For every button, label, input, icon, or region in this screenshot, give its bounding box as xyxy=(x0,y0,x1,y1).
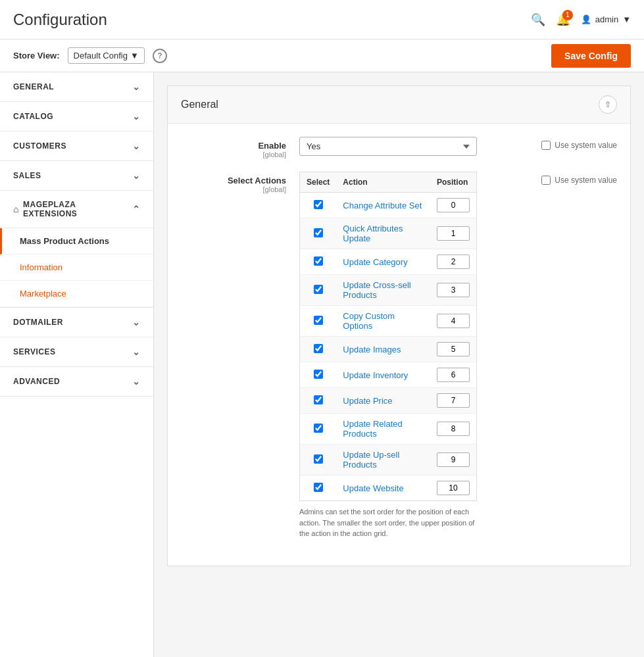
action-link[interactable]: Update Price xyxy=(343,396,392,406)
sidebar-item-mageplaza[interactable]: ⌂ MAGEPLAZA EXTENSIONS ⌃ xyxy=(0,191,153,228)
position-input[interactable] xyxy=(437,283,470,297)
sidebar-item-services[interactable]: SERVICES ⌄ xyxy=(0,337,153,366)
collapse-button[interactable]: ⇧ xyxy=(599,95,617,114)
action-name-cell: Update Website xyxy=(336,475,430,501)
help-icon[interactable]: ? xyxy=(153,49,167,63)
action-checkbox[interactable] xyxy=(314,424,323,433)
actions-system-value-checkbox[interactable] xyxy=(541,176,551,185)
actions-table-wrap: Select Action Position Change Attribute … xyxy=(299,172,477,539)
action-position-cell xyxy=(430,362,477,388)
action-checkbox[interactable] xyxy=(314,228,323,237)
action-checkbox-cell xyxy=(300,445,337,475)
action-checkbox[interactable] xyxy=(314,316,323,325)
action-checkbox[interactable] xyxy=(314,483,323,492)
sidebar-item-advanced[interactable]: ADVANCED ⌄ xyxy=(0,367,153,396)
store-view-label: Store View: xyxy=(13,51,60,61)
sidebar-item-sales[interactable]: SALES ⌄ xyxy=(0,161,153,190)
table-row: Update Price xyxy=(300,388,477,414)
action-position-cell xyxy=(430,249,477,275)
enable-system-value-checkbox[interactable] xyxy=(541,141,551,150)
sidebar-section-advanced: ADVANCED ⌄ xyxy=(0,367,153,397)
notification-wrapper[interactable]: 🔔 1 xyxy=(556,12,570,27)
action-link[interactable]: Copy Custom Options xyxy=(343,311,395,331)
position-input[interactable] xyxy=(437,226,470,241)
action-name-cell: Update Cross-sell Products xyxy=(336,275,430,306)
action-position-cell xyxy=(430,337,477,362)
header-actions: 🔍 🔔 1 👤 admin ▼ xyxy=(531,12,631,27)
action-name-cell: Update Up-sell Products xyxy=(336,445,430,475)
position-input[interactable] xyxy=(437,481,470,495)
actions-system-value-label: Use system value xyxy=(555,176,617,185)
sidebar-section-mageplaza: ⌂ MAGEPLAZA EXTENSIONS ⌃ Mass Product Ac… xyxy=(0,191,153,308)
position-input[interactable] xyxy=(437,368,470,382)
action-link[interactable]: Update Images xyxy=(343,345,401,354)
chevron-down-icon: ⌄ xyxy=(132,317,141,328)
form-body: Enable [global] Yes No Use system value xyxy=(168,124,630,566)
action-name-cell: Update Related Products xyxy=(336,414,430,445)
search-icon[interactable]: 🔍 xyxy=(531,12,545,27)
sidebar-section-dotmailer: DOTMAILER ⌄ xyxy=(0,308,153,337)
table-row: Change Attribute Set xyxy=(300,193,477,218)
action-checkbox[interactable] xyxy=(314,395,323,404)
action-link[interactable]: Update Up-sell Products xyxy=(343,450,399,470)
action-checkbox[interactable] xyxy=(314,256,323,266)
action-link[interactable]: Quick Attributes Update xyxy=(343,224,403,243)
position-input[interactable] xyxy=(437,393,470,408)
action-checkbox-cell xyxy=(300,249,337,275)
mageplaza-home-icon: ⌂ xyxy=(13,204,19,214)
sidebar-services-label: SERVICES xyxy=(13,347,55,356)
action-link[interactable]: Update Website xyxy=(343,483,403,493)
position-input[interactable] xyxy=(437,314,470,328)
sidebar-item-dotmailer[interactable]: DOTMAILER ⌄ xyxy=(0,308,153,337)
enable-row: Enable [global] Yes No Use system value xyxy=(181,137,617,158)
chevron-down-icon: ⌄ xyxy=(132,347,141,357)
table-row: Update Category xyxy=(300,249,477,275)
sidebar-customers-label: CUSTOMERS xyxy=(13,141,66,151)
store-bar-left: Store View: Default Config ▼ ? xyxy=(13,47,167,64)
position-input[interactable] xyxy=(437,342,470,356)
admin-user-menu[interactable]: 👤 admin ▼ xyxy=(581,14,631,24)
action-link[interactable]: Update Category xyxy=(343,257,407,267)
table-row: Update Website xyxy=(300,475,477,501)
action-checkbox-cell xyxy=(300,306,337,337)
enable-system-value-wrap: Use system value xyxy=(541,137,617,150)
action-checkbox[interactable] xyxy=(314,344,323,353)
action-checkbox[interactable] xyxy=(314,200,323,209)
save-config-button[interactable]: Save Config xyxy=(551,44,631,68)
action-link[interactable]: Update Inventory xyxy=(343,370,408,380)
action-link[interactable]: Update Related Products xyxy=(343,419,402,439)
select-actions-label-wrap: Select Actions [global] xyxy=(181,172,299,193)
admin-chevron-icon: ▼ xyxy=(622,14,631,24)
table-row: Update Cross-sell Products xyxy=(300,275,477,306)
mageplaza-sub-menu: Mass Product Actions Information Marketp… xyxy=(0,228,153,307)
sidebar-item-marketplace[interactable]: Marketplace xyxy=(0,281,153,307)
sidebar-item-customers[interactable]: CUSTOMERS ⌄ xyxy=(0,132,153,160)
action-link[interactable]: Update Cross-sell Products xyxy=(343,280,410,300)
enable-label-wrap: Enable [global] xyxy=(181,137,299,158)
select-actions-label: Select Actions xyxy=(181,176,286,185)
sidebar-item-general[interactable]: GENERAL ⌄ xyxy=(0,72,153,101)
position-input[interactable] xyxy=(437,255,470,269)
col-select-header: Select xyxy=(300,172,337,193)
sidebar-item-information[interactable]: Information xyxy=(0,255,153,281)
sidebar-section-customers: CUSTOMERS ⌄ xyxy=(0,132,153,161)
sidebar-item-mass-product-actions[interactable]: Mass Product Actions xyxy=(0,228,153,255)
action-checkbox[interactable] xyxy=(314,454,323,464)
position-input[interactable] xyxy=(437,198,470,212)
action-name-cell: Copy Custom Options xyxy=(336,306,430,337)
store-view-select[interactable]: Default Config ▼ xyxy=(68,47,145,64)
action-checkbox[interactable] xyxy=(314,285,323,294)
enable-select[interactable]: Yes No xyxy=(299,137,477,156)
position-input[interactable] xyxy=(437,422,470,436)
sidebar-dotmailer-label: DOTMAILER xyxy=(13,318,63,327)
action-position-cell xyxy=(430,445,477,475)
action-checkbox[interactable] xyxy=(314,370,323,379)
action-name-cell: Update Images xyxy=(336,337,430,362)
mass-product-actions-label: Mass Product Actions xyxy=(20,236,109,246)
position-input[interactable] xyxy=(437,452,470,467)
enable-control: Yes No xyxy=(299,137,528,156)
actions-table-area: Select Action Position Change Attribute … xyxy=(299,172,515,539)
action-link[interactable]: Change Attribute Set xyxy=(343,201,422,210)
sidebar-item-catalog[interactable]: CATALOG ⌄ xyxy=(0,102,153,131)
enable-scope: [global] xyxy=(181,151,286,158)
